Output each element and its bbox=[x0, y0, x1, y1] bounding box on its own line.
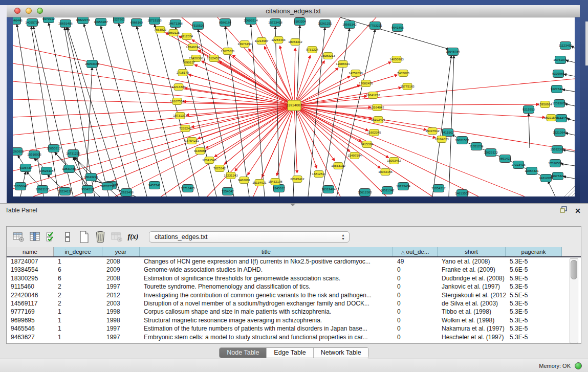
table-cell: 18300295 bbox=[7, 274, 54, 282]
graph-node-label: 9148065 bbox=[194, 149, 207, 152]
table-cell: 0 bbox=[393, 282, 438, 291]
graph-edge bbox=[13, 99, 294, 105]
table-source-select[interactable]: citations_edges.txt ▲▼ bbox=[149, 231, 350, 243]
table-cell: 2008 bbox=[102, 257, 140, 266]
table-toolbar: f(x) citations_edges.txt ▲▼ bbox=[7, 227, 581, 247]
select-checklist-icon[interactable] bbox=[43, 230, 59, 244]
graph-node-label: 9329966 bbox=[552, 72, 565, 75]
column-header-pagerank[interactable]: pagerank bbox=[506, 247, 562, 256]
graph-node-label: 22045412 bbox=[290, 177, 304, 181]
column-header-in_degree[interactable]: in_degree bbox=[54, 247, 102, 256]
graph-edge bbox=[68, 28, 121, 196]
graph-edge bbox=[294, 55, 310, 105]
table-cell: 5.3E-5 bbox=[506, 316, 562, 324]
graph-node-label: 9105430 bbox=[19, 166, 32, 169]
table-row[interactable]: 911546021997Tourette syndrome. Phenomeno… bbox=[7, 282, 581, 291]
column-visibility-icon[interactable] bbox=[27, 230, 42, 244]
table-cell: Disruption of a novel member of a sodium… bbox=[140, 299, 393, 308]
new-column-icon[interactable] bbox=[76, 230, 92, 244]
graph-node-label: 21054312 bbox=[431, 186, 446, 190]
graph-node-label: 9215953 bbox=[522, 107, 535, 111]
table-cell: Changes of HCN gene expression and I(f) … bbox=[140, 257, 393, 266]
graph-node-label: 16102476 bbox=[371, 118, 385, 121]
table-cell: 0 bbox=[393, 274, 438, 282]
table-cell: 19384554 bbox=[7, 266, 54, 274]
graph-node-label: 9415302 bbox=[442, 130, 454, 134]
scrollbar-thumb[interactable] bbox=[571, 260, 577, 279]
memory-status-icon bbox=[575, 362, 582, 369]
graph-edge bbox=[185, 88, 294, 105]
graph-node-label: 10719155 bbox=[147, 18, 162, 22]
graph-node-label: 12088321 bbox=[336, 62, 350, 65]
column-header-year[interactable]: year bbox=[102, 247, 140, 256]
table-cell: 5.6E-5 bbox=[506, 266, 562, 274]
graph-node-label: 18054312 bbox=[288, 40, 302, 43]
window-close-button[interactable] bbox=[14, 8, 20, 14]
graph-node-label: 16210643 bbox=[553, 130, 567, 134]
table-cell: 5.3E-5 bbox=[506, 324, 562, 333]
column-header-name[interactable]: name bbox=[7, 247, 54, 256]
view-resize-grip[interactable] bbox=[572, 193, 575, 196]
column-header-short[interactable]: short bbox=[438, 247, 506, 256]
graph-node-label: 18724007 bbox=[287, 103, 302, 107]
table-row[interactable]: 1830029562008Estimation of significance … bbox=[7, 274, 581, 282]
float-panel-icon[interactable] bbox=[560, 206, 568, 215]
table-cell: 2009 bbox=[102, 266, 140, 274]
table-row[interactable]: 969969511998Structural magnetic resonanc… bbox=[7, 316, 581, 324]
graph-node-label: 16261251 bbox=[318, 21, 332, 25]
close-panel-icon[interactable]: ✕ bbox=[575, 207, 581, 214]
table-vertical-scrollbar[interactable] bbox=[570, 258, 578, 343]
graph-node-label: 11213987 bbox=[254, 39, 269, 42]
table-row[interactable]: 1456911722003Disruption of a novel membe… bbox=[7, 299, 581, 308]
table-cell: Structural magnetic resonance image aver… bbox=[140, 316, 393, 324]
row-mode-icon[interactable] bbox=[60, 230, 75, 244]
table-row[interactable]: 946554611997Estimation of the future num… bbox=[7, 324, 581, 333]
graph-node-label: 17753221 bbox=[368, 24, 382, 27]
table-settings-icon[interactable] bbox=[11, 230, 26, 244]
window-zoom-button[interactable] bbox=[37, 8, 43, 14]
table-type-tabs: Node TableEdge TableNetwork Table bbox=[0, 347, 588, 358]
tab-network-table[interactable]: Network Table bbox=[314, 348, 368, 358]
graph-node-label: 18043221 bbox=[84, 175, 98, 179]
graph-edge bbox=[564, 74, 575, 76]
tab-edge-table[interactable]: Edge Table bbox=[267, 348, 313, 358]
table-body: 1872400712008Changes of HCN gene express… bbox=[7, 257, 581, 343]
graph-edge bbox=[562, 90, 575, 92]
column-header-out_de[interactable]: △out_de... bbox=[393, 247, 438, 256]
graph-node-label: 11675322 bbox=[551, 174, 565, 178]
table-cell: 5.5E-5 bbox=[506, 291, 562, 299]
table-cell: 1 bbox=[54, 333, 102, 341]
graph-edge bbox=[294, 105, 380, 168]
graph-node-label: 16231243 bbox=[224, 173, 238, 177]
graph-edge bbox=[294, 105, 426, 130]
table-row[interactable]: 946362711997Embryonic stem cells: a mode… bbox=[7, 333, 581, 341]
graph-node-label: 12041543 bbox=[202, 158, 216, 162]
window-minimize-button[interactable] bbox=[26, 8, 32, 14]
graph-node-label: 8183204 bbox=[294, 19, 307, 23]
table-row[interactable]: 1872400712008Changes of HCN gene express… bbox=[7, 257, 581, 266]
status-bar: Memory: OK bbox=[0, 359, 588, 372]
graph-node-label: 14613502 bbox=[455, 191, 469, 195]
table-cell: Franke et al. (2009) bbox=[438, 266, 506, 274]
graph-node-label: 16731225 bbox=[66, 151, 80, 155]
column-header-title[interactable]: title bbox=[140, 247, 393, 256]
tab-node-table[interactable]: Node Table bbox=[220, 348, 267, 358]
graph-node-label: 10042156 bbox=[378, 170, 393, 173]
view-resize-grip[interactable] bbox=[568, 190, 575, 196]
table-cell: 1998 bbox=[102, 308, 140, 316]
graph-node-label: 16549742 bbox=[186, 45, 200, 49]
table-row[interactable]: 2242004622012Investigating the contribut… bbox=[7, 291, 581, 299]
table-row[interactable]: 977716911998Corpus callosum shape and si… bbox=[7, 308, 581, 316]
table-row[interactable]: 1938455462009Genome-wide association stu… bbox=[7, 266, 581, 274]
function-builder-icon[interactable]: f(x) bbox=[125, 230, 141, 244]
network-canvas[interactable]: 1304644614055724697091220691406168220741… bbox=[13, 17, 575, 196]
graph-node-label: 12923408 bbox=[119, 190, 134, 194]
table-cell: Genome-wide association studies in ADHD. bbox=[140, 266, 393, 274]
graph-node-label: 7625342 bbox=[213, 166, 226, 170]
graph-node-label: 9890157 bbox=[183, 60, 195, 64]
window-titlebar[interactable]: citations_edges.txt bbox=[7, 5, 580, 17]
graph-node-label: 7254042 bbox=[222, 189, 234, 193]
graph-edge bbox=[13, 63, 294, 105]
graph-node-label: 15083213 bbox=[321, 54, 335, 57]
delete-column-icon[interactable] bbox=[93, 230, 108, 244]
